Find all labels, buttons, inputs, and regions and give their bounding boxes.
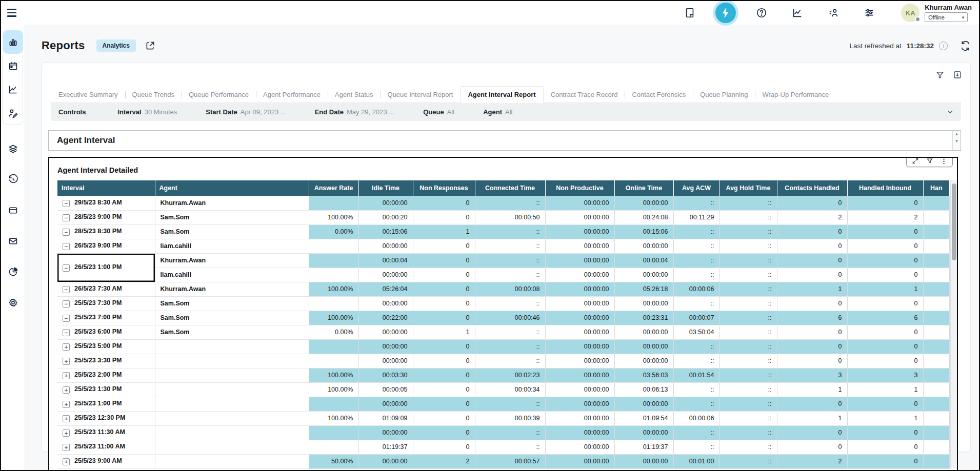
cell-non-productive[interactable]: 00:00:00	[545, 425, 614, 440]
cell-idle-time[interactable]: 00:00:00	[358, 397, 413, 411]
cell-idle-time[interactable]: 00:00:00	[358, 339, 413, 354]
cell-avg-hold-time[interactable]: ::	[719, 425, 777, 440]
cell-online-time[interactable]: 00:00:00	[614, 325, 673, 339]
cell-connected-time[interactable]: 00:00:57	[475, 454, 545, 468]
cell-online-time[interactable]: 01:19:37	[614, 440, 673, 454]
expand-row-icon[interactable]: +	[63, 386, 70, 394]
interval-cell[interactable]: −26/5/23 7:30 AM	[57, 282, 155, 296]
cell-connected-time[interactable]: 00:00:46	[475, 311, 545, 325]
agent-cell[interactable]	[155, 382, 309, 397]
control-agent[interactable]: AgentAll	[483, 108, 512, 116]
interval-cell[interactable]: +25/5/23 5:00 PM	[57, 339, 155, 354]
cell-avg-hold-time[interactable]: ::	[719, 224, 777, 239]
info-icon[interactable]: i	[939, 42, 948, 50]
cell-idle-time[interactable]: 00:00:05	[358, 382, 413, 397]
cell-online-time[interactable]: 00:00:00	[614, 296, 673, 311]
cell-answer-rate[interactable]	[309, 196, 358, 210]
cell-contacts-handled[interactable]: 0	[777, 196, 847, 210]
cell-online-time[interactable]: 03:56:03	[614, 368, 673, 382]
mail-icon[interactable]	[3, 229, 23, 253]
tab-wrap-up-performance[interactable]: Wrap-Up Performance	[755, 87, 836, 103]
cell-online-time[interactable]: 00:00:00	[614, 397, 673, 411]
cell-avg-hold-time[interactable]: ::	[719, 282, 777, 296]
cell-non-productive[interactable]: 00:00:00	[545, 239, 614, 253]
cell-non-responses[interactable]: 0	[413, 382, 475, 397]
cell-non-responses[interactable]: 0	[413, 239, 475, 253]
cell-non-productive[interactable]: 00:00:00	[545, 397, 614, 411]
expand-row-icon[interactable]: +	[63, 358, 70, 365]
cell-connected-time[interactable]: ::	[475, 268, 545, 282]
collapse-row-icon[interactable]: −	[63, 286, 70, 293]
cell-online-time[interactable]: 00:00:00	[614, 268, 673, 282]
interval-cell[interactable]: −25/5/23 7:30 PM	[57, 296, 155, 311]
layers-icon[interactable]	[3, 136, 23, 161]
cell-online-time[interactable]: 00:24:08	[614, 210, 673, 224]
expand-row-icon[interactable]: +	[63, 343, 70, 351]
column-header-non-productive[interactable]: Non Productive	[545, 180, 614, 196]
cell-avg-hold-time[interactable]: ::	[719, 325, 777, 339]
cell-handled-inbound[interactable]: 3	[847, 368, 923, 382]
calendar-icon[interactable]	[3, 54, 23, 77]
cell-han[interactable]	[923, 210, 950, 224]
agent-cell[interactable]: Sam.Som	[155, 210, 309, 224]
cell-connected-time[interactable]: 00:00:08	[475, 282, 545, 296]
column-header-agent[interactable]: Agent	[155, 180, 309, 196]
cell-contacts-handled[interactable]: 1	[777, 382, 847, 397]
cell-connected-time[interactable]: 00:00:39	[475, 411, 545, 425]
cell-idle-time[interactable]: 00:00:00	[358, 325, 413, 339]
cell-online-time[interactable]: 00:23:31	[614, 311, 673, 325]
agent-cell[interactable]: liam.cahill	[155, 268, 309, 282]
cell-connected-time[interactable]: ::	[475, 196, 545, 210]
cell-handled-inbound[interactable]: 0	[847, 268, 923, 282]
control-interval[interactable]: Interval30 Minutes	[117, 108, 177, 116]
tab-queue-planning[interactable]: Queue Planning	[693, 87, 755, 103]
cell-handled-inbound[interactable]: 0	[847, 224, 923, 239]
cell-non-responses[interactable]: 0	[413, 339, 475, 354]
cell-avg-acw[interactable]: ::	[673, 239, 719, 253]
cell-answer-rate[interactable]	[309, 253, 358, 268]
cell-avg-acw[interactable]: ::	[673, 296, 719, 311]
cell-online-time[interactable]: 00:00:00	[614, 454, 673, 468]
cell-connected-time[interactable]: ::	[475, 440, 545, 454]
gear-icon[interactable]	[3, 290, 23, 315]
agent-cell[interactable]	[155, 440, 309, 454]
cell-non-productive[interactable]: 00:00:00	[545, 311, 614, 325]
cell-handled-inbound[interactable]: 0	[847, 296, 923, 311]
cell-idle-time[interactable]: 00:00:00	[358, 454, 413, 468]
cell-non-responses[interactable]: 0	[413, 268, 475, 282]
cell-contacts-handled[interactable]: 0	[777, 296, 847, 311]
collapse-row-icon[interactable]: −	[63, 214, 70, 221]
cell-idle-time[interactable]: 01:09:09	[358, 411, 413, 425]
download-icon[interactable]	[953, 70, 962, 79]
agent-cell[interactable]	[155, 397, 309, 411]
interval-cell[interactable]: −26/5/23 1:00 PM	[57, 253, 155, 282]
cell-contacts-handled[interactable]: 1	[777, 282, 847, 296]
cell-handled-inbound[interactable]: 0	[847, 239, 923, 253]
cell-idle-time[interactable]: 00:22:00	[358, 311, 413, 325]
cell-avg-acw[interactable]: 00:00:06	[673, 282, 719, 296]
cell-contacts-handled[interactable]: 0	[777, 354, 847, 368]
cell-avg-acw[interactable]: ::	[673, 268, 719, 282]
cell-han[interactable]	[923, 296, 950, 311]
cell-handled-inbound[interactable]: 0	[847, 196, 923, 210]
cell-contacts-handled[interactable]: 0	[777, 339, 847, 354]
cell-non-productive[interactable]: 00:00:00	[545, 382, 614, 397]
cell-idle-time[interactable]: 00:00:00	[358, 196, 413, 210]
cell-online-time[interactable]: 00:00:00	[614, 239, 673, 253]
cell-handled-inbound[interactable]: 0	[847, 397, 923, 411]
cell-han[interactable]	[923, 425, 950, 440]
agent-cell[interactable]: Sam.Som	[155, 311, 309, 325]
cell-answer-rate[interactable]: 100.00%	[309, 210, 358, 224]
agent-cell[interactable]	[155, 411, 309, 425]
cell-online-time[interactable]: 00:00:00	[614, 354, 673, 368]
cell-avg-acw[interactable]: ::	[673, 224, 719, 239]
cell-han[interactable]	[923, 239, 950, 253]
cell-avg-hold-time[interactable]: ::	[719, 382, 777, 397]
kebab-menu-icon[interactable]: ⋮	[941, 158, 947, 165]
cell-connected-time[interactable]: 00:00:50	[475, 210, 545, 224]
cell-non-productive[interactable]: 00:00:00	[545, 196, 614, 210]
cell-answer-rate[interactable]: 100.00%	[309, 411, 358, 425]
interval-cell[interactable]: +25/5/23 11:30 AM	[57, 425, 155, 440]
agent-cell[interactable]: Khurram.Awan	[155, 196, 309, 210]
cell-handled-inbound[interactable]: 6	[847, 311, 923, 325]
